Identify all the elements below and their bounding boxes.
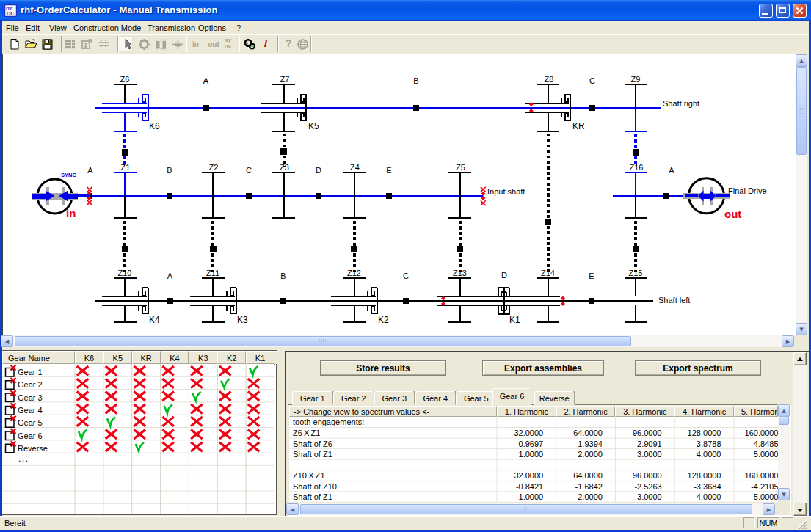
svg-text:Z11: Z11 — [206, 269, 219, 277]
svg-text:K6: K6 — [149, 121, 160, 131]
svg-text:Z9: Z9 — [631, 75, 641, 84]
svg-text:D: D — [501, 271, 507, 280]
svg-text:Shaft of Z1: Shaft of Z1 — [293, 450, 332, 459]
svg-text:Z10 X Z1: Z10 X Z1 — [293, 471, 325, 480]
svg-text:tooth engagements:: tooth engagements: — [293, 418, 364, 426]
svg-text:...: ... — [18, 453, 29, 464]
svg-text:Z10: Z10 — [118, 269, 132, 277]
svg-text:32.0000: 32.0000 — [514, 429, 543, 437]
svg-text:C: C — [246, 166, 252, 175]
svg-text:K3: K3 — [237, 315, 248, 325]
svg-text:Gear 1: Gear 1 — [18, 368, 43, 376]
svg-text:Shaft of Z6: Shaft of Z6 — [293, 440, 332, 448]
svg-text:Z5: Z5 — [456, 163, 465, 172]
svg-text:5.0000: 5.0000 — [754, 492, 778, 501]
svg-text:Z3: Z3 — [280, 163, 289, 172]
svg-text:1.0000: 1.0000 — [519, 450, 544, 459]
svg-text:5.0000: 5.0000 — [754, 450, 778, 459]
svg-text:Z16: Z16 — [630, 163, 644, 172]
svg-text:B: B — [167, 166, 172, 175]
svg-text:B: B — [280, 272, 286, 280]
svg-text:128.0000: 128.0000 — [688, 429, 721, 437]
svg-text:Gear 5: Gear 5 — [18, 418, 43, 427]
svg-text:K1: K1 — [509, 315, 520, 325]
svg-text:Z6 X Z1: Z6 X Z1 — [293, 429, 320, 437]
svg-text:D: D — [316, 166, 321, 175]
svg-text:OC: OC — [7, 11, 15, 16]
svg-text:B: B — [413, 76, 418, 85]
svg-text:Reverse: Reverse — [18, 444, 48, 453]
svg-text:E: E — [386, 166, 391, 175]
svg-text:A: A — [203, 76, 209, 85]
svg-text:3.0000: 3.0000 — [637, 450, 662, 459]
svg-text:-0.9697: -0.9697 — [516, 440, 543, 448]
svg-text:Gear 2: Gear 2 — [18, 380, 43, 389]
svg-text:4.0000: 4.0000 — [697, 492, 721, 501]
svg-text:96.0000: 96.0000 — [633, 471, 662, 480]
svg-text:4.0000: 4.0000 — [697, 450, 721, 459]
svg-text:-4.8485: -4.8485 — [751, 440, 778, 448]
svg-text:2.0000: 2.0000 — [578, 450, 603, 459]
svg-text:out: out — [724, 208, 741, 220]
svg-text:Shaft of Z10: Shaft of Z10 — [293, 482, 337, 491]
svg-text:rhf: rhf — [6, 6, 13, 11]
svg-text:Z4: Z4 — [350, 163, 360, 172]
svg-text:K4: K4 — [149, 315, 160, 325]
svg-text:Z13: Z13 — [453, 269, 467, 277]
svg-text:Shaft left: Shaft left — [658, 296, 690, 305]
svg-text:128.0000: 128.0000 — [688, 471, 721, 480]
svg-text:-3.3684: -3.3684 — [694, 482, 721, 491]
svg-text:Z15: Z15 — [629, 269, 643, 277]
svg-text:K2: K2 — [378, 315, 389, 325]
svg-text:E: E — [589, 272, 594, 280]
svg-text:Z8: Z8 — [545, 75, 554, 84]
svg-text:-0.8421: -0.8421 — [516, 482, 543, 491]
svg-text:-3.8788: -3.8788 — [694, 440, 721, 448]
svg-text:A: A — [167, 272, 173, 280]
svg-text:Z12: Z12 — [347, 269, 361, 277]
svg-text:64.0000: 64.0000 — [573, 429, 603, 437]
svg-text:Z7: Z7 — [280, 75, 290, 84]
svg-text:96.0000: 96.0000 — [633, 429, 662, 437]
svg-text:C: C — [589, 76, 595, 85]
svg-text:2.0000: 2.0000 — [578, 492, 603, 501]
svg-text:-1.9394: -1.9394 — [575, 440, 603, 448]
svg-text:Gear 4: Gear 4 — [18, 406, 43, 415]
svg-text:32.0000: 32.0000 — [514, 471, 543, 480]
svg-text:in: in — [66, 207, 76, 219]
svg-text:-2.5263: -2.5263 — [634, 482, 661, 491]
svg-text:Z14: Z14 — [541, 269, 555, 277]
svg-text:C: C — [403, 272, 409, 280]
svg-text:-1.6842: -1.6842 — [575, 482, 603, 491]
svg-text:SYNC: SYNC — [61, 172, 76, 178]
svg-text:64.0000: 64.0000 — [573, 471, 603, 480]
svg-text:Shaft right: Shaft right — [663, 99, 699, 108]
svg-text:160.0000: 160.0000 — [745, 471, 778, 480]
svg-text:K5: K5 — [308, 121, 319, 131]
svg-text:Gear 3: Gear 3 — [18, 393, 43, 402]
svg-text:Final Drive: Final Drive — [728, 186, 767, 195]
svg-text:A: A — [87, 166, 93, 175]
svg-text:-2.9091: -2.9091 — [634, 440, 661, 448]
svg-text:Z1: Z1 — [121, 163, 131, 172]
svg-text:Input shaft: Input shaft — [487, 187, 525, 196]
svg-text:160.0000: 160.0000 — [745, 429, 778, 437]
svg-text:3.0000: 3.0000 — [637, 492, 662, 501]
svg-text:1.0000: 1.0000 — [519, 492, 544, 501]
svg-text:Z2: Z2 — [209, 163, 219, 172]
svg-text:KR: KR — [572, 121, 585, 131]
svg-text:Z6: Z6 — [120, 75, 130, 84]
svg-text:A: A — [669, 166, 674, 175]
svg-text:-4.2105: -4.2105 — [751, 482, 778, 491]
svg-text:Gear 6: Gear 6 — [18, 431, 43, 440]
svg-text:Shaft of Z1: Shaft of Z1 — [293, 492, 332, 501]
